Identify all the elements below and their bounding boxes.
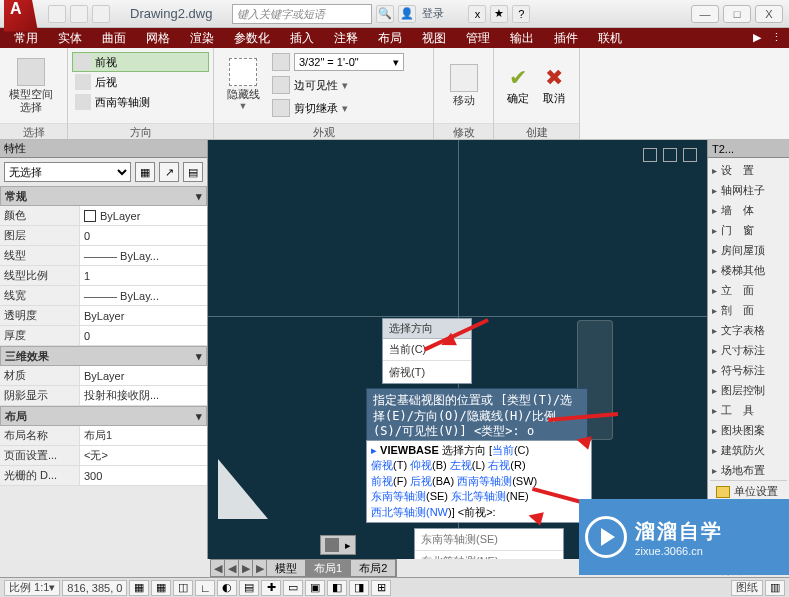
vp-maximize-icon[interactable] [663, 148, 677, 162]
menu-item[interactable]: 常用 [14, 30, 38, 47]
quick-select-icon[interactable]: ▦ [135, 162, 155, 182]
menu-item[interactable]: 插件 [554, 30, 578, 47]
edge-visibility-button[interactable]: 边可见性 ▾ [272, 75, 404, 95]
qat-btn[interactable] [70, 5, 88, 23]
exchange-icon[interactable]: x [468, 5, 486, 23]
status-toggle[interactable]: ∟ [195, 580, 215, 596]
menu-item[interactable]: 插入 [290, 30, 314, 47]
prop-val[interactable]: ——— ByLay... [80, 246, 207, 265]
palette-item[interactable]: 建筑防火 [710, 440, 787, 460]
prop-val[interactable]: ——— ByLay... [80, 286, 207, 305]
menu-item[interactable]: 输出 [510, 30, 534, 47]
menu-item[interactable]: 视图 [422, 30, 446, 47]
cmd-chevron-icon[interactable]: ▸ [345, 539, 351, 552]
view-front[interactable]: 前视 [72, 52, 209, 72]
tab-model[interactable]: 模型 [267, 560, 306, 576]
search-icon[interactable]: 🔍 [376, 5, 394, 23]
view-back[interactable]: 后视 [72, 72, 209, 92]
search-input[interactable]: 键入关键字或短语 [232, 4, 372, 24]
menu-item[interactable]: 参数化 [234, 30, 270, 47]
dropdown-icon[interactable]: ⋮ [771, 31, 785, 45]
qat-btn[interactable] [48, 5, 66, 23]
expand-icon[interactable]: ▶ [753, 31, 767, 45]
status-toggle[interactable]: ▥ [765, 580, 785, 596]
palette-item[interactable]: 尺寸标注 [710, 340, 787, 360]
status-paper[interactable]: 图纸 [731, 580, 763, 596]
menu-item[interactable]: 联机 [598, 30, 622, 47]
drawing-viewport[interactable]: 选择方向 当前(C) 俯视(T) 指定基础视图的位置或 [类型(T)/选择(E)… [208, 140, 707, 559]
palette-item[interactable]: 立 面 [710, 280, 787, 300]
view-sw-iso[interactable]: 西南等轴测 [72, 92, 209, 112]
menu-item[interactable]: 布局 [378, 30, 402, 47]
scale-dropdown[interactable]: 3/32" = 1'-0"▾ [294, 53, 404, 71]
qat-btn[interactable] [92, 5, 110, 23]
app-logo[interactable] [4, 0, 38, 32]
palette-item[interactable]: 剖 面 [710, 300, 787, 320]
tab-nav-prev[interactable]: ◀ [225, 560, 239, 576]
status-toggle[interactable]: ◧ [327, 580, 347, 596]
status-scale[interactable]: 比例 1:1 ▾ [4, 580, 60, 596]
filter-icon[interactable]: ▤ [183, 162, 203, 182]
status-toggle[interactable]: ▤ [239, 580, 259, 596]
status-toggle[interactable]: ◫ [173, 580, 193, 596]
command-line-handle[interactable]: ▸ [320, 535, 356, 555]
prop-val[interactable]: 布局1 [80, 426, 207, 445]
palette-item[interactable]: 符号标注 [710, 360, 787, 380]
ok-button[interactable]: ✔确定 [500, 61, 536, 111]
palette-item[interactable]: 图层控制 [710, 380, 787, 400]
status-toggle[interactable]: ◐ [217, 580, 237, 596]
cancel-button[interactable]: ✖取消 [536, 61, 572, 111]
tab-nav-next[interactable]: ▶ [239, 560, 253, 576]
menu-item[interactable]: 注释 [334, 30, 358, 47]
hidden-lines-button[interactable]: 隐藏线 ▼ [220, 52, 266, 118]
group-layout[interactable]: 布局▾ [0, 406, 207, 426]
group-3d[interactable]: 三维效果▾ [0, 346, 207, 366]
menu-item[interactable]: 实体 [58, 30, 82, 47]
login-label[interactable]: 登录 [422, 6, 444, 21]
tool-palette-tab[interactable]: T2... [708, 140, 789, 158]
prop-val[interactable]: 0 [80, 326, 207, 345]
prop-val[interactable]: <无> [80, 446, 207, 465]
model-space-select-button[interactable]: 模型空间 选择 [6, 53, 56, 119]
palette-item[interactable]: 文字表格 [710, 320, 787, 340]
prop-val[interactable]: 1 [80, 266, 207, 285]
tab-layout2[interactable]: 布局2 [351, 560, 396, 576]
status-toggle[interactable]: ▦ [151, 580, 171, 596]
palette-item[interactable]: 轴网柱子 [710, 180, 787, 200]
menu-item-top[interactable]: 俯视(T) [383, 361, 471, 383]
group-general[interactable]: 常规▾ [0, 186, 207, 206]
pick-icon[interactable]: ↗ [159, 162, 179, 182]
palette-item[interactable]: 房间屋顶 [710, 240, 787, 260]
tab-nav-first[interactable]: ◀ [211, 560, 225, 576]
prop-val[interactable]: ByLayer [80, 366, 207, 385]
palette-tab[interactable]: 特性 [0, 140, 207, 158]
menu-item[interactable]: 曲面 [102, 30, 126, 47]
submenu-item[interactable]: 东北等轴测(NE) [415, 551, 563, 559]
status-toggle[interactable]: ▦ [129, 580, 149, 596]
prop-val[interactable]: ByLayer [80, 306, 207, 325]
palette-item[interactable]: 楼梯其他 [710, 260, 787, 280]
help-drop-icon[interactable]: ? [512, 5, 530, 23]
prop-val[interactable]: ByLayer [80, 206, 207, 225]
user-icon[interactable]: 👤 [398, 5, 416, 23]
status-toggle[interactable]: ▭ [283, 580, 303, 596]
palette-item-unit[interactable]: 单位设置 [710, 480, 787, 500]
maximize-button[interactable]: □ [723, 5, 751, 23]
prop-val[interactable]: 300 [80, 466, 207, 485]
close-button[interactable]: X [755, 5, 783, 23]
vp-minimize-icon[interactable] [643, 148, 657, 162]
minimize-button[interactable]: — [691, 5, 719, 23]
status-toggle[interactable]: ◨ [349, 580, 369, 596]
palette-item[interactable]: 工 具 [710, 400, 787, 420]
submenu-item[interactable]: 东南等轴测(SE) [415, 529, 563, 551]
status-toggle[interactable]: ✚ [261, 580, 281, 596]
palette-item[interactable]: 设 置 [710, 160, 787, 180]
menu-item[interactable]: 管理 [466, 30, 490, 47]
menu-item[interactable]: 网格 [146, 30, 170, 47]
vp-close-icon[interactable] [683, 148, 697, 162]
tab-nav-last[interactable]: ▶ [253, 560, 267, 576]
palette-item[interactable]: 门 窗 [710, 220, 787, 240]
drag-handle-icon[interactable] [325, 538, 339, 552]
palette-item[interactable]: 场地布置 [710, 460, 787, 480]
help-icon[interactable]: ★ [490, 5, 508, 23]
